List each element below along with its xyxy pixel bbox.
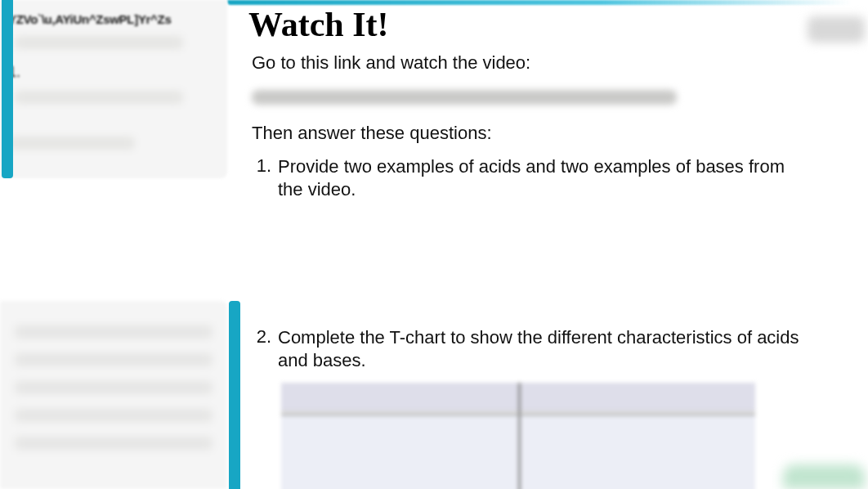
question-row: 2. Complete the T-chart to show the diff… <box>248 326 835 371</box>
question-number: 2. <box>248 326 276 348</box>
question-text: Complete the T-chart to show the differe… <box>276 326 835 371</box>
intro-text: Go to this link and watch the video: <box>252 52 835 74</box>
question-number: 1. <box>248 155 276 177</box>
sidebar-title: YZVo`\u,AYiUn^ZswPL]Yr^Zs <box>8 12 219 26</box>
t-chart-vertical-divider <box>518 383 521 489</box>
followup-text: Then answer these questions: <box>252 123 835 144</box>
bottom-right-badge-blurred <box>783 464 865 489</box>
sidebar-blur-row <box>15 381 213 394</box>
sidebar-blur-row <box>15 36 183 49</box>
question-row: 1. Provide two examples of acids and two… <box>248 155 835 200</box>
content-inner: Watch It! Go to this link and watch the … <box>227 0 868 489</box>
sidebar-blur-row <box>15 91 183 104</box>
page: YZVo`\u,AYiUn^ZswPL]Yr^Zs 1. Watch It! G… <box>0 0 868 489</box>
question-text: Provide two examples of acids and two ex… <box>276 155 835 200</box>
left-sidebar-top: YZVo`\u,AYiUn^ZswPL]Yr^Zs 1. <box>0 0 227 178</box>
sidebar-blur-row <box>15 409 213 422</box>
sidebar-blur-row <box>15 353 213 366</box>
accent-bar-top <box>2 0 13 178</box>
sidebar-blur-row <box>15 437 213 450</box>
left-sidebar-bottom <box>0 301 227 489</box>
top-right-badge-blurred <box>808 16 865 43</box>
page-title: Watch It! <box>248 5 835 44</box>
t-chart-blurred <box>281 383 755 489</box>
sidebar-list-number: 1. <box>8 64 219 81</box>
answer-space <box>248 212 835 326</box>
main-content: Watch It! Go to this link and watch the … <box>227 0 868 489</box>
video-link-blurred <box>252 90 677 105</box>
sidebar-blur-row <box>8 137 135 150</box>
sidebar-blur-row <box>15 325 213 339</box>
t-chart-horizontal-divider <box>281 414 755 415</box>
